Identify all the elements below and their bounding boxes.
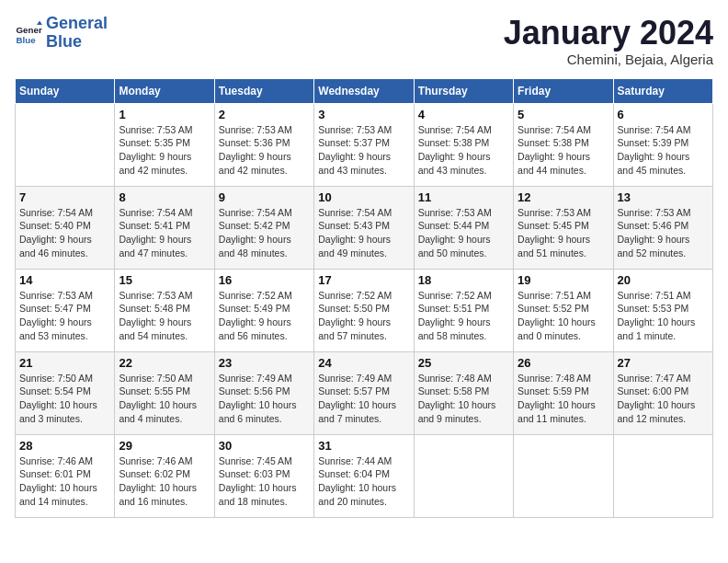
calendar-cell: 19Sunrise: 7:51 AM Sunset: 5:52 PM Dayli… — [514, 269, 613, 351]
logo: General Blue General Blue — [15, 15, 108, 52]
calendar-cell: 26Sunrise: 7:48 AM Sunset: 5:59 PM Dayli… — [514, 351, 613, 434]
calendar-cell: 17Sunrise: 7:52 AM Sunset: 5:50 PM Dayli… — [314, 269, 414, 351]
day-number: 28 — [19, 439, 110, 453]
calendar-cell: 24Sunrise: 7:49 AM Sunset: 5:57 PM Dayli… — [314, 351, 414, 434]
day-info: Sunrise: 7:53 AM Sunset: 5:45 PM Dayligh… — [518, 206, 609, 260]
day-number: 5 — [518, 108, 609, 121]
calendar-cell: 9Sunrise: 7:54 AM Sunset: 5:42 PM Daylig… — [214, 186, 313, 269]
day-number: 31 — [318, 439, 409, 453]
day-number: 21 — [19, 356, 110, 370]
calendar-cell: 3Sunrise: 7:53 AM Sunset: 5:37 PM Daylig… — [314, 103, 414, 186]
calendar-cell: 18Sunrise: 7:52 AM Sunset: 5:51 PM Dayli… — [414, 269, 513, 351]
calendar-cell — [514, 434, 613, 517]
day-info: Sunrise: 7:47 AM Sunset: 6:00 PM Dayligh… — [618, 372, 709, 426]
day-number: 26 — [518, 356, 609, 370]
logo-icon: General Blue — [15, 19, 42, 47]
day-info: Sunrise: 7:46 AM Sunset: 6:01 PM Dayligh… — [19, 454, 110, 509]
day-info: Sunrise: 7:44 AM Sunset: 6:04 PM Dayligh… — [318, 454, 409, 509]
day-number: 14 — [19, 273, 110, 287]
day-number: 3 — [318, 108, 409, 121]
svg-marker-2 — [37, 20, 42, 25]
day-info: Sunrise: 7:54 AM Sunset: 5:38 PM Dayligh… — [518, 123, 609, 178]
day-number: 18 — [418, 273, 509, 287]
day-number: 19 — [518, 273, 609, 287]
header-saturday: Saturday — [613, 78, 712, 103]
day-info: Sunrise: 7:54 AM Sunset: 5:38 PM Dayligh… — [418, 123, 509, 178]
day-number: 20 — [618, 273, 709, 287]
day-info: Sunrise: 7:53 AM Sunset: 5:48 PM Dayligh… — [119, 289, 210, 343]
calendar-cell — [613, 434, 712, 517]
day-info: Sunrise: 7:53 AM Sunset: 5:37 PM Dayligh… — [318, 123, 409, 178]
day-info: Sunrise: 7:53 AM Sunset: 5:47 PM Dayligh… — [19, 289, 110, 343]
day-number: 11 — [418, 190, 509, 204]
calendar-cell: 14Sunrise: 7:53 AM Sunset: 5:47 PM Dayli… — [16, 269, 115, 351]
calendar-cell — [16, 103, 115, 186]
calendar-cell: 6Sunrise: 7:54 AM Sunset: 5:39 PM Daylig… — [613, 103, 712, 186]
calendar-cell: 4Sunrise: 7:54 AM Sunset: 5:38 PM Daylig… — [414, 103, 513, 186]
calendar-week-row: 7Sunrise: 7:54 AM Sunset: 5:40 PM Daylig… — [16, 186, 713, 269]
day-number: 6 — [618, 108, 709, 121]
header-monday: Monday — [115, 78, 214, 103]
day-info: Sunrise: 7:52 AM Sunset: 5:51 PM Dayligh… — [418, 289, 509, 343]
calendar-week-row: 1Sunrise: 7:53 AM Sunset: 5:35 PM Daylig… — [16, 103, 713, 186]
calendar-week-row: 14Sunrise: 7:53 AM Sunset: 5:47 PM Dayli… — [16, 269, 713, 351]
day-info: Sunrise: 7:46 AM Sunset: 6:02 PM Dayligh… — [119, 454, 210, 509]
location-subtitle: Chemini, Bejaia, Algeria — [504, 52, 713, 67]
day-info: Sunrise: 7:48 AM Sunset: 5:58 PM Dayligh… — [418, 372, 509, 426]
day-number: 10 — [318, 190, 409, 204]
day-info: Sunrise: 7:54 AM Sunset: 5:39 PM Dayligh… — [618, 123, 709, 178]
day-number: 15 — [119, 273, 210, 287]
month-title: January 2024 — [504, 15, 713, 52]
calendar-cell: 22Sunrise: 7:50 AM Sunset: 5:55 PM Dayli… — [115, 351, 214, 434]
day-info: Sunrise: 7:50 AM Sunset: 5:55 PM Dayligh… — [119, 372, 210, 426]
calendar-cell: 20Sunrise: 7:51 AM Sunset: 5:53 PM Dayli… — [613, 269, 712, 351]
calendar-cell: 29Sunrise: 7:46 AM Sunset: 6:02 PM Dayli… — [115, 434, 214, 517]
calendar-cell: 31Sunrise: 7:44 AM Sunset: 6:04 PM Dayli… — [314, 434, 414, 517]
day-number: 17 — [318, 273, 409, 287]
day-number: 4 — [418, 108, 509, 121]
calendar-cell: 2Sunrise: 7:53 AM Sunset: 5:36 PM Daylig… — [214, 103, 313, 186]
day-info: Sunrise: 7:53 AM Sunset: 5:36 PM Dayligh… — [219, 123, 310, 178]
day-info: Sunrise: 7:53 AM Sunset: 5:44 PM Dayligh… — [418, 206, 509, 260]
calendar-cell: 13Sunrise: 7:53 AM Sunset: 5:46 PM Dayli… — [613, 186, 712, 269]
day-info: Sunrise: 7:54 AM Sunset: 5:42 PM Dayligh… — [219, 206, 310, 260]
calendar-cell: 11Sunrise: 7:53 AM Sunset: 5:44 PM Dayli… — [414, 186, 513, 269]
header-thursday: Thursday — [414, 78, 513, 103]
calendar-cell: 15Sunrise: 7:53 AM Sunset: 5:48 PM Dayli… — [115, 269, 214, 351]
day-number: 8 — [119, 190, 210, 204]
day-info: Sunrise: 7:51 AM Sunset: 5:52 PM Dayligh… — [518, 289, 609, 343]
calendar-cell: 25Sunrise: 7:48 AM Sunset: 5:58 PM Dayli… — [414, 351, 513, 434]
calendar-table: SundayMondayTuesdayWednesdayThursdayFrid… — [15, 78, 713, 518]
day-info: Sunrise: 7:51 AM Sunset: 5:53 PM Dayligh… — [618, 289, 709, 343]
day-number: 12 — [518, 190, 609, 204]
calendar-cell: 8Sunrise: 7:54 AM Sunset: 5:41 PM Daylig… — [115, 186, 214, 269]
svg-text:Blue: Blue — [17, 34, 37, 44]
calendar-header-row: SundayMondayTuesdayWednesdayThursdayFrid… — [16, 78, 713, 103]
day-number: 29 — [119, 439, 210, 453]
header-friday: Friday — [514, 78, 613, 103]
calendar-cell — [414, 434, 513, 517]
calendar-cell: 30Sunrise: 7:45 AM Sunset: 6:03 PM Dayli… — [214, 434, 313, 517]
day-number: 24 — [318, 356, 409, 370]
day-number: 2 — [219, 108, 310, 121]
day-number: 22 — [119, 356, 210, 370]
day-number: 13 — [618, 190, 709, 204]
logo-text-line2: Blue — [46, 33, 108, 52]
day-number: 27 — [618, 356, 709, 370]
day-number: 7 — [19, 190, 110, 204]
calendar-cell: 1Sunrise: 7:53 AM Sunset: 5:35 PM Daylig… — [115, 103, 214, 186]
day-number: 1 — [119, 108, 210, 121]
page-header: General Blue General Blue January 2024 C… — [15, 15, 713, 67]
day-number: 9 — [219, 190, 310, 204]
calendar-cell: 10Sunrise: 7:54 AM Sunset: 5:43 PM Dayli… — [314, 186, 414, 269]
calendar-cell: 12Sunrise: 7:53 AM Sunset: 5:45 PM Dayli… — [514, 186, 613, 269]
header-tuesday: Tuesday — [214, 78, 313, 103]
calendar-cell: 28Sunrise: 7:46 AM Sunset: 6:01 PM Dayli… — [16, 434, 115, 517]
day-number: 16 — [219, 273, 310, 287]
day-info: Sunrise: 7:50 AM Sunset: 5:54 PM Dayligh… — [19, 372, 110, 426]
day-number: 25 — [418, 356, 509, 370]
header-wednesday: Wednesday — [314, 78, 414, 103]
calendar-cell: 27Sunrise: 7:47 AM Sunset: 6:00 PM Dayli… — [613, 351, 712, 434]
calendar-cell: 21Sunrise: 7:50 AM Sunset: 5:54 PM Dayli… — [16, 351, 115, 434]
day-info: Sunrise: 7:54 AM Sunset: 5:40 PM Dayligh… — [19, 206, 110, 260]
